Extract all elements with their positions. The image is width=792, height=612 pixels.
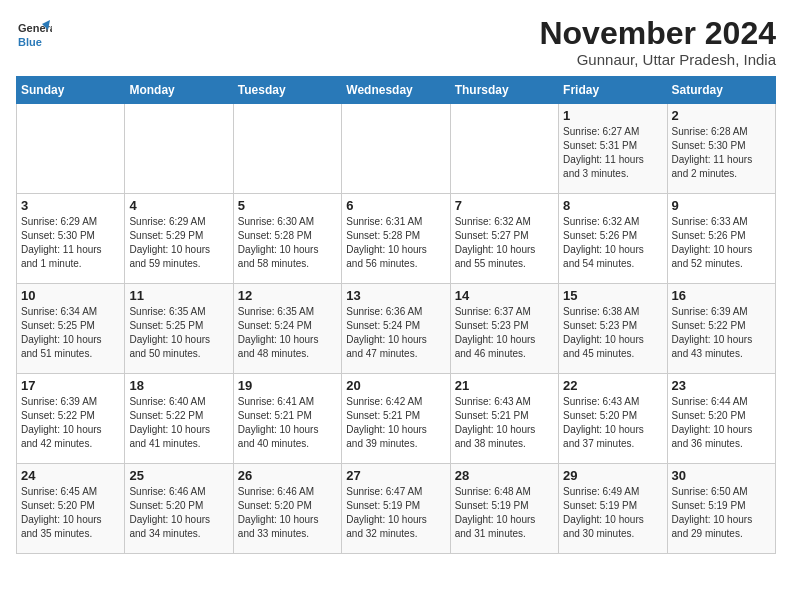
day-number: 25 [129,468,228,483]
day-cell [125,104,233,194]
day-cell: 25Sunrise: 6:46 AM Sunset: 5:20 PM Dayli… [125,464,233,554]
day-number: 7 [455,198,554,213]
day-cell: 28Sunrise: 6:48 AM Sunset: 5:19 PM Dayli… [450,464,558,554]
day-info: Sunrise: 6:34 AM Sunset: 5:25 PM Dayligh… [21,305,120,361]
day-info: Sunrise: 6:32 AM Sunset: 5:26 PM Dayligh… [563,215,662,271]
day-cell: 12Sunrise: 6:35 AM Sunset: 5:24 PM Dayli… [233,284,341,374]
day-cell: 6Sunrise: 6:31 AM Sunset: 5:28 PM Daylig… [342,194,450,284]
day-info: Sunrise: 6:37 AM Sunset: 5:23 PM Dayligh… [455,305,554,361]
day-info: Sunrise: 6:35 AM Sunset: 5:25 PM Dayligh… [129,305,228,361]
day-info: Sunrise: 6:29 AM Sunset: 5:30 PM Dayligh… [21,215,120,271]
day-info: Sunrise: 6:41 AM Sunset: 5:21 PM Dayligh… [238,395,337,451]
logo: General Blue [16,16,52,52]
day-info: Sunrise: 6:43 AM Sunset: 5:21 PM Dayligh… [455,395,554,451]
day-cell: 22Sunrise: 6:43 AM Sunset: 5:20 PM Dayli… [559,374,667,464]
day-cell: 21Sunrise: 6:43 AM Sunset: 5:21 PM Dayli… [450,374,558,464]
day-number: 21 [455,378,554,393]
day-cell: 3Sunrise: 6:29 AM Sunset: 5:30 PM Daylig… [17,194,125,284]
day-info: Sunrise: 6:39 AM Sunset: 5:22 PM Dayligh… [21,395,120,451]
day-info: Sunrise: 6:32 AM Sunset: 5:27 PM Dayligh… [455,215,554,271]
day-number: 15 [563,288,662,303]
day-info: Sunrise: 6:43 AM Sunset: 5:20 PM Dayligh… [563,395,662,451]
header-cell-friday: Friday [559,77,667,104]
svg-text:Blue: Blue [18,36,42,48]
day-cell: 20Sunrise: 6:42 AM Sunset: 5:21 PM Dayli… [342,374,450,464]
day-info: Sunrise: 6:35 AM Sunset: 5:24 PM Dayligh… [238,305,337,361]
header-cell-monday: Monday [125,77,233,104]
day-cell: 2Sunrise: 6:28 AM Sunset: 5:30 PM Daylig… [667,104,775,194]
day-info: Sunrise: 6:36 AM Sunset: 5:24 PM Dayligh… [346,305,445,361]
header-cell-thursday: Thursday [450,77,558,104]
title-area: November 2024 Gunnaur, Uttar Pradesh, In… [539,16,776,68]
day-info: Sunrise: 6:39 AM Sunset: 5:22 PM Dayligh… [672,305,771,361]
day-number: 6 [346,198,445,213]
day-cell: 9Sunrise: 6:33 AM Sunset: 5:26 PM Daylig… [667,194,775,284]
day-number: 10 [21,288,120,303]
day-cell: 1Sunrise: 6:27 AM Sunset: 5:31 PM Daylig… [559,104,667,194]
day-cell: 13Sunrise: 6:36 AM Sunset: 5:24 PM Dayli… [342,284,450,374]
day-number: 2 [672,108,771,123]
day-cell: 24Sunrise: 6:45 AM Sunset: 5:20 PM Dayli… [17,464,125,554]
day-info: Sunrise: 6:45 AM Sunset: 5:20 PM Dayligh… [21,485,120,541]
day-number: 16 [672,288,771,303]
day-cell [342,104,450,194]
day-cell [450,104,558,194]
day-number: 24 [21,468,120,483]
day-info: Sunrise: 6:30 AM Sunset: 5:28 PM Dayligh… [238,215,337,271]
day-info: Sunrise: 6:50 AM Sunset: 5:19 PM Dayligh… [672,485,771,541]
day-number: 17 [21,378,120,393]
day-cell: 27Sunrise: 6:47 AM Sunset: 5:19 PM Dayli… [342,464,450,554]
day-cell: 10Sunrise: 6:34 AM Sunset: 5:25 PM Dayli… [17,284,125,374]
page-header: General Blue November 2024 Gunnaur, Utta… [16,16,776,68]
day-number: 29 [563,468,662,483]
day-cell: 18Sunrise: 6:40 AM Sunset: 5:22 PM Dayli… [125,374,233,464]
day-info: Sunrise: 6:46 AM Sunset: 5:20 PM Dayligh… [238,485,337,541]
day-cell: 17Sunrise: 6:39 AM Sunset: 5:22 PM Dayli… [17,374,125,464]
header-row: SundayMondayTuesdayWednesdayThursdayFrid… [17,77,776,104]
day-number: 11 [129,288,228,303]
header-cell-wednesday: Wednesday [342,77,450,104]
day-number: 18 [129,378,228,393]
day-info: Sunrise: 6:48 AM Sunset: 5:19 PM Dayligh… [455,485,554,541]
header-cell-sunday: Sunday [17,77,125,104]
day-info: Sunrise: 6:33 AM Sunset: 5:26 PM Dayligh… [672,215,771,271]
day-info: Sunrise: 6:42 AM Sunset: 5:21 PM Dayligh… [346,395,445,451]
week-row-5: 24Sunrise: 6:45 AM Sunset: 5:20 PM Dayli… [17,464,776,554]
day-number: 3 [21,198,120,213]
day-cell: 8Sunrise: 6:32 AM Sunset: 5:26 PM Daylig… [559,194,667,284]
day-info: Sunrise: 6:28 AM Sunset: 5:30 PM Dayligh… [672,125,771,181]
day-number: 14 [455,288,554,303]
day-cell: 29Sunrise: 6:49 AM Sunset: 5:19 PM Dayli… [559,464,667,554]
day-cell: 4Sunrise: 6:29 AM Sunset: 5:29 PM Daylig… [125,194,233,284]
day-info: Sunrise: 6:44 AM Sunset: 5:20 PM Dayligh… [672,395,771,451]
day-cell: 7Sunrise: 6:32 AM Sunset: 5:27 PM Daylig… [450,194,558,284]
day-info: Sunrise: 6:31 AM Sunset: 5:28 PM Dayligh… [346,215,445,271]
day-number: 13 [346,288,445,303]
day-number: 30 [672,468,771,483]
calendar-table: SundayMondayTuesdayWednesdayThursdayFrid… [16,76,776,554]
day-number: 20 [346,378,445,393]
day-number: 5 [238,198,337,213]
location-subtitle: Gunnaur, Uttar Pradesh, India [539,51,776,68]
week-row-3: 10Sunrise: 6:34 AM Sunset: 5:25 PM Dayli… [17,284,776,374]
day-info: Sunrise: 6:38 AM Sunset: 5:23 PM Dayligh… [563,305,662,361]
day-cell: 16Sunrise: 6:39 AM Sunset: 5:22 PM Dayli… [667,284,775,374]
day-cell: 14Sunrise: 6:37 AM Sunset: 5:23 PM Dayli… [450,284,558,374]
day-number: 4 [129,198,228,213]
day-info: Sunrise: 6:29 AM Sunset: 5:29 PM Dayligh… [129,215,228,271]
month-title: November 2024 [539,16,776,51]
day-info: Sunrise: 6:27 AM Sunset: 5:31 PM Dayligh… [563,125,662,181]
day-cell: 23Sunrise: 6:44 AM Sunset: 5:20 PM Dayli… [667,374,775,464]
week-row-4: 17Sunrise: 6:39 AM Sunset: 5:22 PM Dayli… [17,374,776,464]
day-number: 8 [563,198,662,213]
day-number: 27 [346,468,445,483]
day-number: 19 [238,378,337,393]
day-number: 22 [563,378,662,393]
day-cell: 5Sunrise: 6:30 AM Sunset: 5:28 PM Daylig… [233,194,341,284]
day-number: 26 [238,468,337,483]
day-cell: 30Sunrise: 6:50 AM Sunset: 5:19 PM Dayli… [667,464,775,554]
day-cell: 19Sunrise: 6:41 AM Sunset: 5:21 PM Dayli… [233,374,341,464]
week-row-2: 3Sunrise: 6:29 AM Sunset: 5:30 PM Daylig… [17,194,776,284]
day-info: Sunrise: 6:47 AM Sunset: 5:19 PM Dayligh… [346,485,445,541]
day-cell [233,104,341,194]
